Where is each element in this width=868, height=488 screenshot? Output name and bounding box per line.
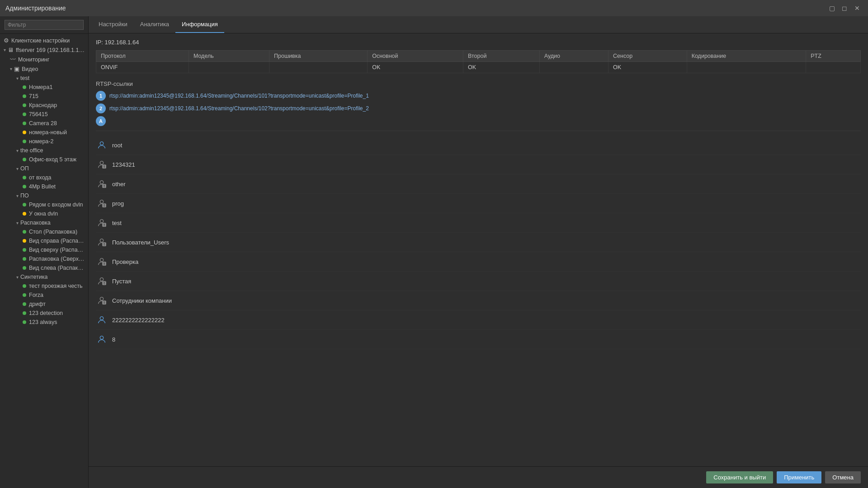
- sidebar-item-label: от входа: [29, 174, 52, 181]
- cell-encoding: [687, 62, 806, 73]
- tab-analytics[interactable]: Аналитика: [134, 16, 175, 33]
- maximize-button[interactable]: ◻: [839, 3, 850, 14]
- status-dot: [23, 113, 26, 116]
- save-exit-button[interactable]: Сохранить и выйти: [706, 471, 773, 483]
- rtsp-url-1: rtsp://admin:admin12345@192.168.1.64/Str…: [109, 93, 369, 99]
- sidebar-item-op-group[interactable]: ▾ОП: [0, 164, 88, 173]
- chevron-icon: ▾: [16, 221, 19, 225]
- sidebar-item-vid-sprava[interactable]: Вид справа (Распако...: [0, 236, 88, 245]
- status-dot: [23, 302, 26, 306]
- content-body: IP: 192.168.1.64 Протокол Модель Прошивк…: [89, 33, 868, 466]
- divider: [96, 131, 861, 131]
- sidebar-item-123-always[interactable]: 123 always: [0, 318, 88, 327]
- sidebar-item-ot-vhoda[interactable]: от входа: [0, 173, 88, 182]
- col-sensor: Сенсор: [609, 51, 687, 62]
- sidebar-item-test-proezhaya[interactable]: тест проезжая честь: [0, 282, 88, 291]
- sidebar-item-krasnodar[interactable]: Краснодар: [0, 101, 88, 110]
- sidebar-item-vid-sverhu[interactable]: Вид сверху (Распако...: [0, 245, 88, 254]
- status-dot: [23, 185, 26, 188]
- svg-point-1: [100, 161, 103, 164]
- col-second: Второй: [463, 51, 540, 62]
- user-name: Сотрудники компании: [112, 297, 172, 304]
- sidebar-item-715[interactable]: 715: [0, 92, 88, 101]
- status-dot: [23, 122, 26, 125]
- sidebar-item-forza[interactable]: Forza: [0, 291, 88, 300]
- sidebar-item-test-group[interactable]: ▾test: [0, 74, 88, 83]
- status-dot: [23, 320, 26, 324]
- cell-protocol: ONViF: [96, 62, 189, 73]
- window-title: Администрирование: [5, 5, 66, 12]
- status-dot: [23, 212, 26, 216]
- svg-point-18: [100, 336, 103, 339]
- user-item: Пользователи_Users: [96, 233, 861, 252]
- sidebar-item-label: У окна dvln: [29, 211, 58, 217]
- col-audio: Аудио: [539, 51, 608, 62]
- user-list: root 1234321 other prog test Пользовател: [96, 136, 861, 349]
- sidebar-item-client-settings[interactable]: ⚙Клиентские настройки: [0, 36, 88, 45]
- sidebar-item-po-group[interactable]: ▾ПО: [0, 191, 88, 200]
- sidebar-item-756415[interactable]: 756415: [0, 110, 88, 119]
- status-dot: [23, 94, 26, 98]
- sidebar-item-the-office[interactable]: ▾the office: [0, 146, 88, 155]
- user-item: 2222222222222222: [96, 310, 861, 330]
- sidebar-item-label: Распаковка: [20, 220, 51, 226]
- user-name: 8: [112, 336, 115, 343]
- status-dot: [23, 140, 26, 143]
- sidebar-item-u-okna-dvln[interactable]: У окна dvln: [0, 209, 88, 218]
- minimize-button[interactable]: ▢: [826, 3, 837, 14]
- sidebar-item-nomera-new[interactable]: номера-новый: [0, 128, 88, 137]
- tab-info[interactable]: Информация: [175, 16, 224, 33]
- sidebar-item-raspakovka-group[interactable]: ▾Распаковка: [0, 218, 88, 227]
- chevron-icon: ▾: [4, 47, 6, 52]
- rtsp-badge-a: A: [96, 116, 106, 126]
- sidebar-item-nomera-2[interactable]: номера-2: [0, 137, 88, 146]
- main-content: Настройки Аналитика Информация IP: 192.1…: [89, 16, 868, 488]
- user-admin-icon: [96, 333, 108, 345]
- sidebar-item-raspakovka-sverhu[interactable]: Распаковка (Сверху с...: [0, 254, 88, 263]
- gear-icon: ⚙: [4, 37, 9, 44]
- sidebar-item-video[interactable]: ▾▣Видео: [0, 64, 88, 74]
- rtsp-url-2: rtsp://admin:admin12345@192.168.1.64/Str…: [109, 105, 369, 112]
- sidebar-item-ffserver[interactable]: ▾🖥ffserver 169 (192.168.1.169): [0, 45, 88, 55]
- sidebar-item-label: Видео: [22, 66, 38, 72]
- status-dot: [23, 239, 26, 243]
- sidebar: ⚙Клиентские настройки▾🖥ffserver 169 (192…: [0, 16, 89, 488]
- sidebar-item-vid-sleva[interactable]: Вид слева (Распаковк...: [0, 263, 88, 272]
- sidebar-item-ryadom-dvln[interactable]: Рядом с входом dvln: [0, 200, 88, 209]
- sidebar-item-label: номера-2: [29, 138, 53, 145]
- cell-main: OK: [368, 62, 463, 73]
- filter-input[interactable]: [5, 20, 84, 30]
- info-table: Протокол Модель Прошивка Основной Второй…: [96, 50, 861, 73]
- chevron-icon: ▾: [16, 166, 19, 171]
- user-name: Проверка: [112, 258, 138, 265]
- sidebar-item-sintetika-group[interactable]: ▾Синтетика: [0, 272, 88, 282]
- sidebar-item-label: Вид слева (Распаковк...: [29, 265, 85, 271]
- status-dot: [23, 248, 26, 252]
- close-button[interactable]: ✕: [852, 3, 863, 14]
- user-lock-icon: [96, 159, 108, 170]
- user-name: Пользователи_Users: [112, 239, 169, 246]
- info-table-wrap: Протокол Модель Прошивка Основной Второй…: [96, 50, 861, 73]
- apply-button[interactable]: Применить: [777, 471, 821, 483]
- sidebar-item-monitoring[interactable]: 〰Мониторинг: [0, 55, 88, 64]
- rtsp-item-1: 1 rtsp://admin:admin12345@192.168.1.64/S…: [96, 91, 861, 101]
- cancel-button[interactable]: Отмена: [825, 471, 861, 483]
- sidebar-item-stol-raspakovka[interactable]: Стол (Распаковка): [0, 227, 88, 236]
- user-item: 8: [96, 330, 861, 349]
- user-lock-icon: [96, 217, 108, 229]
- main-window: Администрирование ▢ ◻ ✕ ⚙Клиентские наст…: [0, 0, 868, 488]
- sidebar-item-nomera1[interactable]: Номера1: [0, 83, 88, 92]
- sidebar-item-drift[interactable]: дрифт: [0, 300, 88, 309]
- sidebar-item-123-detection[interactable]: 123 detection: [0, 309, 88, 318]
- sidebar-item-camera28[interactable]: Camera 28: [0, 119, 88, 128]
- sidebar-item-label: ПО: [20, 192, 29, 199]
- status-dot: [23, 230, 26, 234]
- sidebar-item-label: Стол (Распаковка): [29, 229, 77, 235]
- tab-settings[interactable]: Настройки: [92, 16, 134, 33]
- sidebar-item-label: Мониторинг: [18, 56, 49, 63]
- sidebar-item-4mp-bullet[interactable]: 4Mp Bullet: [0, 182, 88, 191]
- sidebar-item-office-entrance[interactable]: Офис-вход 5 этаж: [0, 155, 88, 164]
- col-model: Модель: [189, 51, 269, 62]
- cell-sensor: OK: [609, 62, 687, 73]
- sidebar-item-label: Camera 28: [29, 120, 57, 127]
